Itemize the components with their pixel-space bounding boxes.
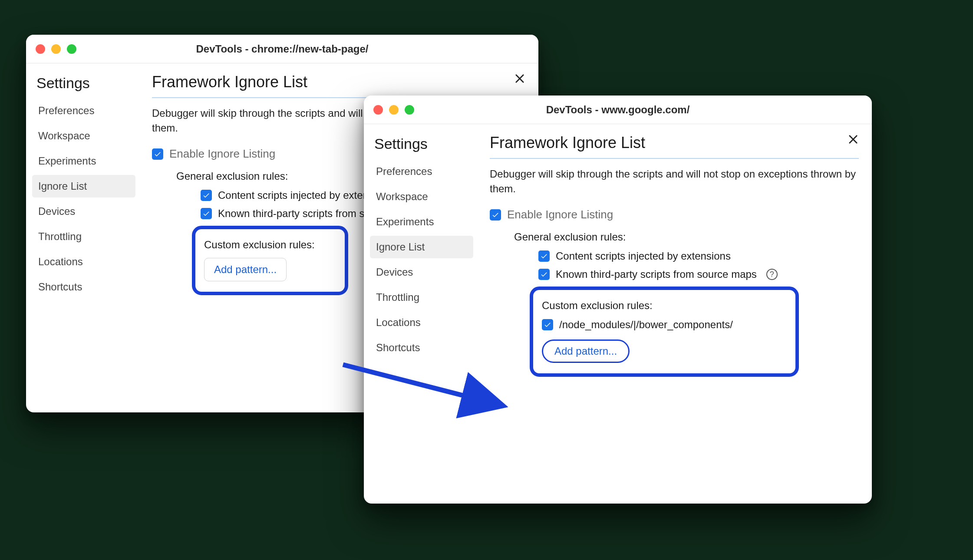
enable-ignore-listing-checkbox[interactable] [152, 148, 163, 160]
content-scripts-label: Content scripts injected by extensions [556, 250, 731, 262]
sidebar-item-devices[interactable]: Devices [32, 200, 135, 223]
settings-main: Framework Ignore List Debugger will skip… [477, 124, 872, 504]
page-description: Debugger will skip through the scripts a… [490, 167, 859, 196]
third-party-label: Known third-party scripts from source ma… [556, 268, 757, 280]
minimize-window-icon[interactable] [389, 105, 399, 115]
window-title: DevTools - www.google.com/ [364, 104, 872, 116]
sidebar-item-locations[interactable]: Locations [370, 311, 473, 334]
close-window-icon[interactable] [373, 105, 383, 115]
add-pattern-button[interactable]: Add pattern... [204, 258, 287, 281]
page-title: Framework Ignore List [490, 134, 859, 159]
enable-ignore-listing-row: Enable Ignore Listing [490, 208, 859, 221]
third-party-checkbox[interactable] [538, 269, 550, 280]
sidebar-item-locations[interactable]: Locations [32, 250, 135, 273]
close-settings-button[interactable] [511, 69, 529, 88]
sidebar-item-workspace[interactable]: Workspace [370, 185, 473, 208]
sidebar-item-throttling[interactable]: Throttling [32, 225, 135, 248]
custom-exclusion-callout: Custom exclusion rules: Add pattern... [192, 226, 348, 295]
settings-heading: Settings [370, 132, 473, 160]
settings-sidebar: Settings PreferencesWorkspaceExperiments… [364, 124, 477, 504]
content-scripts-row: Content scripts injected by extensions [538, 250, 859, 262]
general-exclusion-heading: General exclusion rules: [514, 231, 859, 243]
enable-ignore-listing-label: Enable Ignore Listing [169, 147, 275, 161]
sidebar-item-ignore-list[interactable]: Ignore List [32, 175, 135, 198]
close-settings-button[interactable] [844, 130, 862, 148]
custom-exclusion-callout: Custom exclusion rules: /node_modules/|/… [530, 287, 799, 377]
traffic-lights [373, 105, 414, 115]
content-scripts-checkbox[interactable] [201, 190, 212, 201]
content-scripts-checkbox[interactable] [538, 250, 550, 262]
sidebar-item-shortcuts[interactable]: Shortcuts [32, 276, 135, 298]
sidebar-item-throttling[interactable]: Throttling [370, 286, 473, 309]
sidebar-item-preferences[interactable]: Preferences [32, 99, 135, 122]
page-title: Framework Ignore List [152, 73, 525, 98]
third-party-row: Known third-party scripts from source ma… [538, 268, 859, 280]
devtools-window-right: DevTools - www.google.com/ Settings Pref… [364, 96, 872, 504]
settings-heading: Settings [32, 71, 135, 99]
add-pattern-button[interactable]: Add pattern... [542, 339, 630, 363]
sidebar-item-ignore-list[interactable]: Ignore List [370, 236, 473, 258]
window-titlebar: DevTools - www.google.com/ [364, 96, 872, 124]
sidebar-item-preferences[interactable]: Preferences [370, 160, 473, 183]
sidebar-item-workspace[interactable]: Workspace [32, 125, 135, 147]
settings-sidebar: Settings PreferencesWorkspaceExperiments… [26, 63, 139, 412]
enable-ignore-listing-label: Enable Ignore Listing [507, 208, 613, 221]
traffic-lights [36, 44, 76, 54]
maximize-window-icon[interactable] [67, 44, 76, 54]
sidebar-item-experiments[interactable]: Experiments [370, 211, 473, 233]
third-party-checkbox[interactable] [201, 208, 212, 219]
help-icon[interactable]: ? [766, 269, 778, 280]
window-title: DevTools - chrome://new-tab-page/ [26, 43, 538, 55]
enable-ignore-listing-checkbox[interactable] [490, 209, 501, 221]
close-window-icon[interactable] [36, 44, 45, 54]
maximize-window-icon[interactable] [405, 105, 414, 115]
custom-pattern-row: /node_modules/|/bower_components/ [542, 319, 787, 331]
minimize-window-icon[interactable] [51, 44, 61, 54]
sidebar-item-devices[interactable]: Devices [370, 261, 473, 283]
custom-pattern-checkbox[interactable] [542, 319, 553, 330]
window-titlebar: DevTools - chrome://new-tab-page/ [26, 35, 538, 63]
custom-exclusion-heading: Custom exclusion rules: [204, 239, 336, 251]
sidebar-item-shortcuts[interactable]: Shortcuts [370, 336, 473, 359]
custom-pattern-label: /node_modules/|/bower_components/ [559, 319, 733, 331]
custom-exclusion-heading: Custom exclusion rules: [542, 300, 787, 312]
sidebar-item-experiments[interactable]: Experiments [32, 150, 135, 172]
